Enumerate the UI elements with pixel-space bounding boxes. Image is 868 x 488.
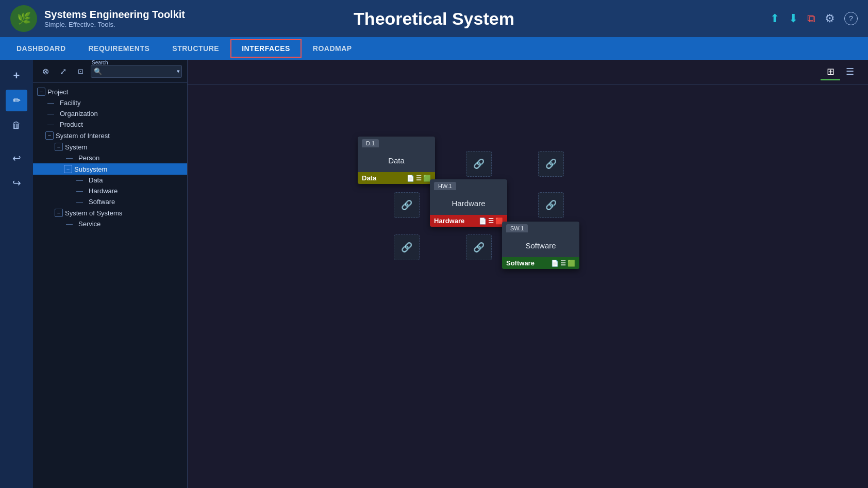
- tree-item-system-of-interest[interactable]: − System of Interest: [33, 130, 187, 141]
- tab-requirements[interactable]: REQUIREMENTS: [77, 39, 161, 58]
- node-hw1-title: Hardware: [430, 192, 507, 215]
- expand-project-icon[interactable]: −: [37, 88, 45, 96]
- tree-item-product[interactable]: — Product: [33, 119, 187, 130]
- dash-icon: —: [76, 187, 87, 195]
- node-data[interactable]: D.1 Data Data 📄 ☰ 🟩: [358, 137, 435, 184]
- tree-label-system: System: [65, 143, 87, 151]
- undo-button[interactable]: ↩: [6, 147, 27, 169]
- tree-item-subsystem[interactable]: − Subsystem: [33, 163, 187, 175]
- dash-icon: —: [47, 99, 58, 107]
- collapse-icon: ⊡: [78, 68, 84, 75]
- dash-icon: —: [76, 176, 87, 184]
- tree-item-hardware[interactable]: — Hardware: [33, 186, 187, 196]
- tree-item-system[interactable]: − System: [33, 141, 187, 153]
- dash-icon: —: [66, 154, 76, 162]
- delete-button[interactable]: 🗑: [6, 114, 27, 136]
- tree-item-facility[interactable]: — Facility: [33, 97, 187, 108]
- tree-item-organization[interactable]: — Organization: [33, 108, 187, 119]
- tab-interfaces[interactable]: INTERFACES: [230, 39, 302, 58]
- main-title: Theoretical System: [354, 9, 514, 29]
- expand-icon: ⤢: [60, 66, 66, 76]
- canvas-toolbar: ⊞ ☰: [188, 60, 868, 85]
- node-hardware[interactable]: HW.1 Hardware Hardware 📄 ☰ 🟥: [430, 179, 507, 227]
- tree-label-facility: Facility: [60, 99, 80, 107]
- node-sw1-footer: Software 📄 ☰ 🟩: [502, 257, 579, 269]
- help-icon[interactable]: ?: [844, 12, 858, 25]
- check-icon: ☰: [560, 260, 566, 267]
- canvas-area: ⊞ ☰ 🔗 🔗 🔗 🔗 🔗 🔗: [188, 60, 868, 488]
- list-icon: ☰: [846, 66, 854, 77]
- tab-dashboard[interactable]: DASHBOARD: [5, 39, 77, 58]
- search-icon: 🔍: [94, 68, 102, 75]
- node-hw1-label: Hardware: [434, 217, 464, 225]
- close-tree-button[interactable]: ⊗: [38, 64, 53, 78]
- no-link-icon: 🔗: [545, 158, 557, 170]
- search-input[interactable]: [91, 65, 182, 78]
- dash-icon: —: [66, 220, 76, 228]
- redo-button[interactable]: ↪: [6, 172, 27, 194]
- node-sw1-label: Software: [506, 259, 535, 267]
- doc-icon: 📄: [551, 260, 559, 267]
- header-actions: ⬆ ⬇ ⧉ ⚙ ?: [770, 12, 858, 25]
- tree-label-data: Data: [89, 176, 103, 184]
- no-link-icon: 🔗: [473, 158, 485, 170]
- edit-button[interactable]: ✏: [6, 90, 27, 111]
- expand-system-icon[interactable]: −: [55, 143, 63, 151]
- add-icon: +: [13, 69, 20, 82]
- copy-icon[interactable]: ⧉: [807, 12, 815, 25]
- upload-icon[interactable]: ⬆: [770, 12, 779, 25]
- tree-label-product: Product: [60, 121, 83, 128]
- tree-content: − Project — Facility — Organization — Pr…: [33, 83, 187, 488]
- tree-label-soi: System of Interest: [56, 132, 110, 140]
- tab-structure[interactable]: STRUCTURE: [161, 39, 230, 58]
- no-link-icon: 🔗: [401, 242, 412, 253]
- edit-icon: ✏: [13, 95, 21, 106]
- ghost-cell-6: 🔗: [466, 234, 492, 260]
- ghost-cell-2: 🔗: [538, 151, 564, 177]
- search-label: Search: [92, 60, 108, 65]
- tree-label-organization: Organization: [60, 110, 98, 117]
- download-icon[interactable]: ⬇: [789, 12, 798, 25]
- main-layout: + ✏ 🗑 ↩ ↪ ⊗ ⤢ ⊡ Search: [0, 60, 868, 488]
- ghost-cell-4: 🔗: [538, 192, 564, 218]
- expand-subsystem-icon[interactable]: −: [64, 165, 72, 173]
- tree-label-service: Service: [78, 220, 101, 228]
- expand-sos-icon[interactable]: −: [55, 209, 63, 217]
- node-sw1-tag: SW.1: [506, 224, 528, 232]
- tree-item-service[interactable]: — Service: [33, 218, 187, 229]
- tree-item-data[interactable]: — Data: [33, 175, 187, 186]
- tree-item-person[interactable]: — Person: [33, 153, 187, 163]
- status-icon: 🟩: [567, 260, 575, 267]
- node-hw1-footer: Hardware 📄 ☰ 🟥: [430, 215, 507, 227]
- node-d1-label: Data: [362, 174, 376, 182]
- add-button[interactable]: +: [6, 65, 27, 87]
- list-view-button[interactable]: ☰: [840, 64, 860, 80]
- collapse-tree-button[interactable]: ⊡: [73, 64, 88, 78]
- search-dropdown-icon[interactable]: ▾: [177, 68, 180, 75]
- ghost-cell-5: 🔗: [394, 234, 420, 260]
- tree-panel: ⊗ ⤢ ⊡ Search 🔍 ▾ − Project —: [33, 60, 188, 488]
- app-subtitle: Simple. Effective. Tools.: [44, 21, 185, 28]
- grid-icon: ⊞: [827, 66, 834, 77]
- app-logo: 🌿: [10, 5, 37, 32]
- no-link-icon: 🔗: [473, 242, 485, 253]
- dash-icon: —: [76, 198, 87, 206]
- check-icon: ☰: [488, 217, 494, 225]
- node-software[interactable]: SW.1 Software Software 📄 ☰ 🟩: [502, 222, 579, 269]
- no-link-icon: 🔗: [401, 199, 412, 211]
- nav-tabs: DASHBOARD REQUIREMENTS STRUCTURE INTERFA…: [0, 37, 868, 60]
- tab-roadmap[interactable]: ROADMAP: [302, 39, 363, 58]
- diagram-canvas: 🔗 🔗 🔗 🔗 🔗 🔗 D.1 Data: [188, 85, 868, 487]
- close-icon: ⊗: [42, 66, 49, 76]
- grid-view-button[interactable]: ⊞: [821, 64, 840, 80]
- expand-soi-icon[interactable]: −: [45, 131, 54, 140]
- trash-icon: 🗑: [12, 120, 21, 131]
- no-link-icon: 🔗: [545, 199, 557, 211]
- expand-tree-button[interactable]: ⤢: [56, 64, 70, 78]
- tree-item-software[interactable]: — Software: [33, 196, 187, 207]
- app-title: Systems Engineering Toolkit: [44, 9, 185, 21]
- tree-item-project[interactable]: − Project: [33, 86, 187, 97]
- settings-icon[interactable]: ⚙: [825, 12, 835, 25]
- tree-item-system-of-systems[interactable]: − System of Systems: [33, 207, 187, 218]
- node-d1-title: Data: [358, 149, 435, 172]
